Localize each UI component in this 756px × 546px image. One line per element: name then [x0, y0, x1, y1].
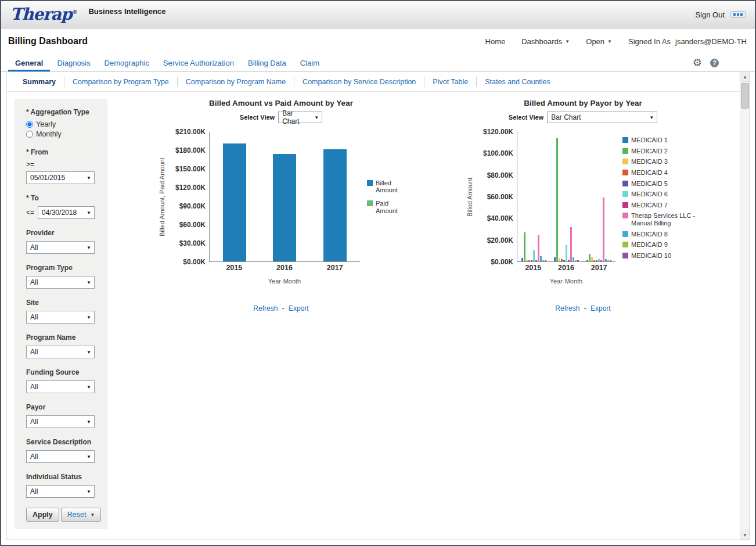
bar-billed-amount-2016[interactable]	[273, 154, 296, 261]
dropdown-arrow-icon: ▼	[84, 489, 94, 494]
help-icon[interactable]: ?	[710, 59, 719, 67]
tab-billing-data[interactable]: Billing Data	[241, 55, 293, 71]
refresh-link[interactable]: Refresh	[253, 304, 278, 312]
bar-medicaid-3-2016[interactable]	[559, 258, 560, 261]
x-axis: 201520162017	[517, 264, 615, 272]
subtab-pivot-table[interactable]: Pivot Table	[424, 77, 477, 87]
legend-label: MEDICAID 3	[631, 158, 668, 166]
brand-name: Therap	[10, 5, 71, 24]
program-name-select[interactable]: All▼	[26, 346, 95, 358]
bar-medicaid-1-2017[interactable]	[586, 260, 588, 261]
export-link[interactable]: Export	[591, 304, 611, 312]
yearly-radio[interactable]	[26, 121, 33, 128]
settings-gear-icon[interactable]: ⚙	[693, 58, 702, 68]
subtab-summary[interactable]: Summary	[15, 77, 64, 87]
subtab-comparison-by-program-type[interactable]: Comparison by Program Type	[64, 77, 178, 87]
legend-item: MEDICAID 4	[622, 169, 700, 177]
subtab-comparison-by-program-name[interactable]: Comparison by Program Name	[178, 77, 294, 87]
arrow-down-icon: ▼	[743, 533, 747, 538]
export-link[interactable]: Export	[289, 304, 309, 312]
payor-group: Payor All▼	[26, 403, 98, 428]
refresh-link[interactable]: Refresh	[555, 304, 579, 312]
bar-medicaid-10-2015[interactable]	[545, 260, 546, 261]
bar-medicaid-6-2015[interactable]	[533, 250, 535, 261]
bar-medicaid-4-2015[interactable]	[528, 260, 530, 261]
bar-billed-amount-2017[interactable]	[323, 149, 347, 261]
service-description-select[interactable]: All▼	[26, 450, 95, 463]
bar-medicaid-1-2015[interactable]	[521, 258, 523, 261]
subtab-states-and-counties[interactable]: States and Counties	[477, 77, 559, 87]
bar-medicaid-8-2016[interactable]	[573, 257, 574, 261]
site-select[interactable]: All▼	[26, 311, 95, 324]
reset-button[interactable]: Reset▼	[61, 508, 102, 522]
bar-medicaid-4-2017[interactable]	[593, 260, 595, 261]
bar-medicaid-4-2016[interactable]	[561, 259, 563, 261]
legend-label: MEDICAID 6	[631, 191, 668, 198]
bar-medicaid-5-2017[interactable]	[596, 260, 597, 261]
bar-therap-services-llc-manual-billing-2016[interactable]	[570, 227, 572, 261]
tab-claim[interactable]: Claim	[293, 55, 326, 71]
to-date-select[interactable]: 04/30/2018 ▼	[38, 206, 95, 219]
bar-medicaid-8-2017[interactable]	[605, 259, 607, 261]
bar-billed-amount-2015[interactable]	[223, 143, 246, 261]
bar-medicaid-5-2016[interactable]	[563, 260, 565, 261]
x-axis: 201520162017	[209, 264, 360, 272]
scroll-down-button[interactable]: ▼	[740, 530, 750, 540]
select-view-dropdown[interactable]: Bar Chart ▼	[278, 112, 322, 123]
bar-therap-services-llc-manual-billing-2015[interactable]	[538, 235, 539, 261]
monthly-radio[interactable]	[26, 131, 33, 138]
header-actions: Sign Out	[695, 10, 746, 19]
bar-medicaid-7-2016[interactable]	[568, 260, 570, 261]
payor-value: All	[30, 418, 38, 426]
bar-medicaid-7-2015[interactable]	[535, 260, 537, 261]
subtab-comparison-by-service-description[interactable]: Comparison by Service Description	[294, 77, 424, 87]
bar-group-2017	[583, 132, 615, 261]
tab-demographic[interactable]: Demographic	[98, 55, 156, 71]
sign-out-link[interactable]: Sign Out	[695, 10, 725, 19]
bar-medicaid-3-2015[interactable]	[526, 260, 528, 261]
tab-service-authorization[interactable]: Service Authorization	[156, 55, 241, 71]
program-type-select[interactable]: All▼	[26, 276, 95, 289]
monthly-radio-row[interactable]: Monthly	[26, 130, 98, 138]
bar-medicaid-1-2016[interactable]	[554, 257, 556, 261]
to-operator: <=	[26, 209, 34, 217]
y-tick-label: $0.00K	[491, 258, 513, 266]
nav-open-menu[interactable]: Open▼	[586, 37, 612, 46]
legend-label: MEDICAID 1	[631, 136, 668, 144]
provider-select[interactable]: All▼	[26, 241, 95, 254]
bar-medicaid-8-2015[interactable]	[540, 256, 542, 261]
dropdown-arrow-icon: ▼	[84, 280, 94, 285]
individual-status-select[interactable]: All▼	[26, 485, 95, 498]
bar-medicaid-10-2017[interactable]	[610, 260, 611, 261]
bar-medicaid-9-2015[interactable]	[542, 260, 544, 261]
from-date-select[interactable]: 05/01/2015 ▼	[26, 171, 95, 184]
bar-group-2015	[210, 132, 260, 261]
bar-medicaid-6-2017[interactable]	[598, 259, 600, 261]
apps-grid-icon[interactable]	[730, 11, 746, 18]
bar-medicaid-2-2016[interactable]	[556, 138, 558, 261]
payor-select[interactable]: All▼	[26, 415, 95, 428]
funding-source-select[interactable]: All▼	[26, 380, 95, 393]
bar-medicaid-6-2016[interactable]	[566, 245, 567, 261]
tab-diagnosis[interactable]: Diagnosis	[50, 55, 97, 71]
yearly-radio-row[interactable]: Yearly	[26, 120, 98, 128]
select-view-dropdown[interactable]: Bar Chart ▼	[547, 112, 657, 123]
scroll-up-button[interactable]: ▲	[740, 72, 750, 82]
bar-medicaid-5-2015[interactable]	[531, 260, 532, 261]
vertical-scrollbar[interactable]: ▲ ▼	[740, 72, 750, 540]
legend-swatch	[367, 180, 373, 186]
tab-general[interactable]: General	[8, 55, 50, 71]
bar-medicaid-2-2015[interactable]	[524, 232, 525, 261]
bar-medicaid-2-2017[interactable]	[589, 254, 591, 261]
bar-medicaid-7-2017[interactable]	[600, 260, 602, 261]
legend-swatch	[622, 202, 628, 208]
bar-therap-services-llc-manual-billing-2017[interactable]	[603, 197, 604, 261]
bar-medicaid-9-2016[interactable]	[575, 260, 577, 261]
scrollbar-thumb[interactable]	[741, 83, 749, 109]
nav-home[interactable]: Home	[485, 37, 506, 46]
apply-button[interactable]: Apply	[26, 508, 59, 522]
bar-medicaid-10-2016[interactable]	[577, 260, 579, 261]
bar-medicaid-3-2017[interactable]	[591, 257, 593, 261]
nav-dashboards-menu[interactable]: Dashboards▼	[521, 37, 570, 46]
bar-medicaid-9-2017[interactable]	[607, 260, 609, 261]
